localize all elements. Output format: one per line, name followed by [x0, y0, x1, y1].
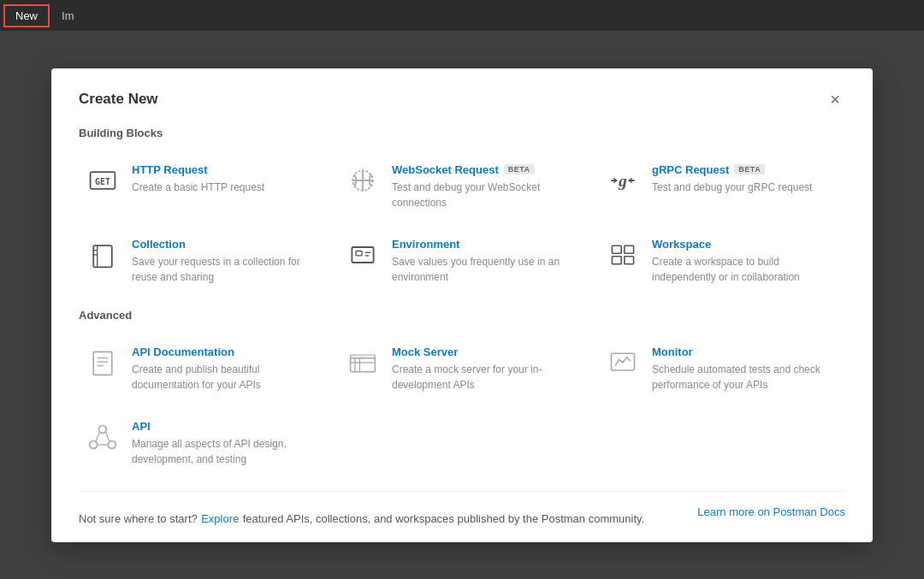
http-request-desc: Create a basic HTTP request — [132, 180, 264, 195]
websocket-request-content: WebSocket Request BETA Test and debug yo… — [392, 163, 578, 210]
grpc-request-card[interactable]: g gRPC Request BETA Test and debug your … — [599, 153, 845, 221]
svg-text:g: g — [618, 171, 627, 190]
monitor-card[interactable]: Monitor Schedule automated tests and che… — [599, 335, 845, 403]
advanced-section-title: Advanced — [79, 309, 845, 322]
svg-point-25 — [99, 425, 107, 433]
get-icon: GET — [86, 163, 120, 198]
api-content: API Manage all aspects of API design, de… — [132, 420, 318, 467]
collection-desc: Save your requests in a collection for r… — [132, 254, 318, 285]
top-bar: New Im — [0, 0, 924, 31]
svg-rect-12 — [625, 245, 634, 253]
svg-point-26 — [90, 440, 98, 448]
api-documentation-desc: Create and publish beautiful documentati… — [132, 362, 318, 393]
collection-title: Collection — [132, 238, 318, 251]
mock-server-card[interactable]: Mock Server Create a mock server for you… — [339, 335, 585, 403]
svg-rect-13 — [612, 256, 621, 263]
modal-header: Create New × — [79, 89, 845, 109]
svg-rect-6 — [93, 245, 112, 267]
monitor-icon — [606, 346, 640, 380]
websocket-beta-badge: BETA — [504, 164, 535, 174]
tab-import-button[interactable]: Im — [51, 6, 84, 26]
workspace-content: Workspace Create a workspace to build in… — [652, 238, 838, 285]
svg-line-29 — [106, 432, 110, 441]
explore-link[interactable]: Explore — [201, 512, 239, 525]
modal-footer: Not sure where to start? Explore feature… — [79, 491, 845, 542]
create-new-modal: Create New × Building Blocks GET HTTP Re… — [51, 68, 873, 542]
collection-card[interactable]: Collection Save your requests in a colle… — [79, 227, 325, 295]
workspace-card[interactable]: Workspace Create a workspace to build in… — [599, 227, 845, 295]
api-desc: Manage all aspects of API design, develo… — [132, 436, 318, 467]
environment-card[interactable]: Environment Save values you frequently u… — [339, 227, 585, 295]
mock-server-title: Mock Server — [392, 346, 578, 358]
collection-icon — [86, 238, 120, 272]
grpc-request-content: gRPC Request BETA Test and debug your gR… — [652, 163, 812, 195]
monitor-desc: Schedule automated tests and check perfo… — [652, 362, 838, 393]
http-request-title: HTTP Request — [132, 163, 264, 176]
api-documentation-title: API Documentation — [132, 346, 318, 358]
api-documentation-icon — [86, 346, 120, 380]
footer-text: Not sure where to start? Explore feature… — [79, 511, 644, 526]
svg-text:GET: GET — [95, 176, 110, 186]
websocket-icon — [346, 163, 380, 198]
http-request-content: HTTP Request Create a basic HTTP request — [132, 163, 264, 195]
workspace-desc: Create a workspace to build independentl… — [652, 254, 838, 285]
websocket-request-desc: Test and debug your WebSocket connection… — [392, 180, 578, 210]
svg-rect-8 — [356, 251, 362, 255]
advanced-grid: API Documentation Create and publish bea… — [79, 335, 845, 477]
modal-close-button[interactable]: × — [825, 89, 845, 109]
collection-content: Collection Save your requests in a colle… — [132, 238, 318, 285]
building-blocks-section-title: Building Blocks — [79, 127, 845, 139]
api-documentation-content: API Documentation Create and publish bea… — [132, 346, 318, 393]
api-title: API — [132, 420, 318, 433]
websocket-request-title: WebSocket Request BETA — [392, 163, 578, 176]
monitor-content: Monitor Schedule automated tests and che… — [652, 346, 838, 393]
mock-server-content: Mock Server Create a mock server for you… — [392, 346, 578, 393]
learn-more-link[interactable]: Learn more on Postman Docs — [697, 505, 845, 532]
grpc-request-desc: Test and debug your gRPC request — [652, 180, 812, 195]
http-request-card[interactable]: GET HTTP Request Create a basic HTTP req… — [79, 153, 325, 221]
workspace-title: Workspace — [652, 238, 838, 251]
monitor-title: Monitor — [652, 346, 838, 358]
workspace-icon — [606, 238, 640, 272]
environment-icon — [346, 238, 380, 272]
grpc-beta-badge: BETA — [734, 164, 765, 174]
building-blocks-grid: GET HTTP Request Create a basic HTTP req… — [79, 153, 845, 295]
svg-rect-14 — [625, 256, 634, 263]
api-card[interactable]: API Manage all aspects of API design, de… — [79, 410, 325, 477]
svg-point-27 — [108, 440, 116, 448]
tab-new-button[interactable]: New — [3, 4, 50, 27]
environment-title: Environment — [392, 238, 578, 251]
modal-overlay: Create New × Building Blocks GET HTTP Re… — [0, 31, 924, 579]
websocket-request-card[interactable]: WebSocket Request BETA Test and debug yo… — [339, 153, 585, 221]
modal-title: Create New — [79, 91, 158, 108]
environment-desc: Save values you frequently use in an env… — [392, 254, 578, 285]
grpc-icon: g — [606, 163, 640, 198]
svg-rect-19 — [351, 357, 376, 371]
environment-content: Environment Save values you frequently u… — [392, 238, 578, 285]
mock-server-icon — [346, 346, 380, 380]
svg-rect-7 — [352, 247, 373, 263]
mock-server-desc: Create a mock server for your in-develop… — [392, 362, 578, 393]
svg-rect-11 — [612, 245, 621, 253]
api-icon — [86, 420, 120, 454]
svg-rect-15 — [93, 352, 112, 375]
api-documentation-card[interactable]: API Documentation Create and publish bea… — [79, 335, 325, 403]
svg-rect-23 — [351, 355, 376, 358]
grpc-request-title: gRPC Request BETA — [652, 163, 812, 176]
footer-suffix: featured APIs, collections, and workspac… — [243, 512, 644, 525]
svg-line-28 — [96, 432, 100, 441]
